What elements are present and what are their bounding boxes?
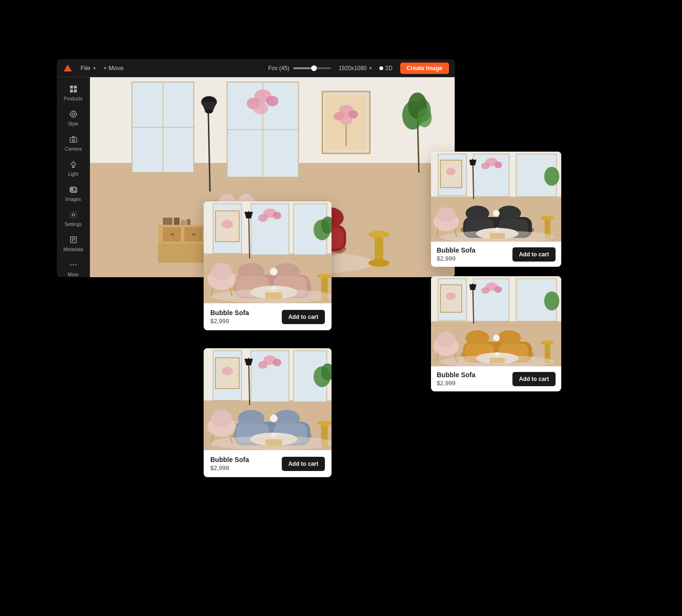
app-logo — [63, 63, 73, 73]
card-top-right-image — [431, 152, 561, 242]
light-icon — [69, 160, 78, 170]
card-top-left-text: Bubble Sofa $2,999 — [210, 309, 249, 325]
card-bottom-left-text: Bubble Sofa $2,999 — [210, 456, 249, 471]
svg-point-124 — [273, 212, 281, 219]
card-bottom-right-price: $2,999 — [437, 380, 476, 387]
svg-point-217 — [437, 207, 456, 222]
card-bottom-left-title: Bubble Sofa — [210, 456, 249, 463]
grid-icon — [69, 85, 78, 95]
svg-point-241 — [497, 330, 521, 345]
card-top-left-title: Bubble Sofa — [210, 309, 249, 317]
svg-point-29 — [75, 264, 77, 266]
card-top-right-info: Bubble Sofa $2,999 Add to cart — [431, 242, 561, 267]
style-icon — [69, 110, 78, 120]
svg-point-145 — [211, 263, 232, 280]
svg-point-28 — [72, 264, 74, 266]
sidebar-light-label: Light — [68, 172, 79, 177]
resolution-selector[interactable]: 1920x1080 ▾ — [339, 65, 372, 72]
svg-rect-5 — [73, 90, 76, 92]
resolution-chevron-icon: ▾ — [369, 66, 372, 71]
fov-control: Fov (45) — [268, 65, 331, 72]
svg-point-199 — [446, 168, 456, 175]
sidebar-item-settings[interactable]: Settings — [60, 207, 87, 231]
right-cards-column: Bubble Sofa $2,999 Add to cart — [431, 152, 561, 391]
fov-label: Fov (45) — [268, 65, 289, 72]
settings-icon — [69, 210, 78, 220]
svg-point-232 — [494, 286, 502, 293]
svg-point-200 — [544, 167, 559, 186]
svg-point-246 — [541, 340, 554, 345]
svg-rect-77 — [171, 234, 174, 236]
file-menu[interactable]: File ▾ — [81, 64, 96, 72]
card-bottom-right-image — [431, 276, 561, 366]
svg-point-240 — [466, 330, 489, 345]
camera-icon — [69, 135, 78, 145]
card-bottom-left-info: Bubble Sofa $2,999 Add to cart — [204, 450, 332, 477]
card-top-left-info: Bubble Sofa $2,999 Add to cart — [204, 303, 332, 330]
svg-point-126 — [222, 220, 233, 228]
svg-point-14 — [72, 163, 75, 166]
images-icon — [69, 185, 78, 195]
card-top-right-price: $2,999 — [437, 255, 476, 262]
create-image-button[interactable]: Create Image — [400, 63, 449, 74]
sidebar-item-more[interactable]: More — [60, 257, 87, 277]
svg-point-109 — [368, 231, 389, 238]
product-card-top-left: Bubble Sofa $2,999 Add to cart — [204, 201, 332, 330]
move-tool[interactable]: + Move — [103, 64, 124, 72]
sidebar-item-camera[interactable]: Camera — [60, 131, 87, 155]
svg-point-22 — [72, 213, 74, 216]
card-bottom-right-text: Bubble Sofa $2,999 — [437, 371, 476, 387]
sidebar-item-style[interactable]: Style — [60, 106, 87, 130]
svg-point-62 — [340, 115, 352, 125]
sidebar-item-images[interactable]: Images — [60, 181, 87, 206]
card-bottom-left-price: $2,999 — [210, 464, 249, 471]
product-card-bottom-left: Bubble Sofa $2,999 Add to cart — [204, 348, 332, 477]
svg-point-211 — [541, 216, 554, 220]
svg-point-163 — [222, 367, 233, 375]
sidebar-item-products[interactable]: Products — [60, 81, 87, 105]
svg-point-206 — [497, 206, 521, 221]
svg-point-174 — [270, 415, 278, 422]
svg-rect-78 — [192, 234, 195, 236]
svg-rect-81 — [181, 220, 186, 225]
product-card-bottom-right: Bubble Sofa $2,999 Add to cart — [431, 276, 561, 391]
add-to-cart-button-bottom-right[interactable]: Add to cart — [512, 372, 556, 386]
card-top-right-text: Bubble Sofa $2,999 — [437, 246, 476, 262]
add-to-cart-button-top-right[interactable]: Add to cart — [512, 247, 556, 262]
view-2d-toggle[interactable]: 2D — [379, 65, 392, 72]
svg-rect-82 — [187, 219, 190, 225]
svg-point-123 — [258, 214, 268, 222]
svg-point-161 — [273, 359, 281, 366]
svg-point-7 — [72, 113, 74, 115]
sidebar-item-light[interactable]: Light — [60, 156, 87, 181]
add-to-cart-button-top-left[interactable]: Add to cart — [282, 310, 325, 324]
sidebar-images-label: Images — [65, 197, 81, 202]
svg-point-143 — [211, 289, 332, 303]
view-dot-icon — [379, 66, 383, 70]
card-top-left-image — [204, 201, 332, 303]
svg-point-160 — [258, 361, 268, 369]
sidebar-item-metadata[interactable]: Metadata — [60, 232, 87, 256]
svg-point-197 — [494, 162, 502, 168]
resolution-label: 1920x1080 — [339, 65, 367, 72]
svg-rect-2 — [70, 86, 72, 89]
more-icon — [69, 261, 78, 271]
svg-point-27 — [70, 264, 72, 266]
move-label: + Move — [103, 64, 124, 72]
file-label: File — [81, 64, 90, 72]
product-card-top-right: Bubble Sofa $2,999 Add to cart — [431, 152, 561, 267]
fov-slider[interactable] — [293, 67, 331, 69]
svg-point-205 — [466, 206, 489, 221]
svg-rect-108 — [375, 235, 383, 263]
svg-point-209 — [493, 210, 500, 217]
card-top-right-title: Bubble Sofa — [437, 246, 476, 254]
sidebar-camera-label: Camera — [65, 146, 82, 152]
svg-point-67 — [205, 109, 213, 113]
sidebar-settings-label: Settings — [64, 222, 81, 227]
toolbar: File ▾ + Move Fov (45) 1920x1080 ▾ — [57, 59, 455, 77]
add-to-cart-button-bottom-left[interactable]: Add to cart — [282, 457, 325, 471]
svg-point-196 — [481, 163, 490, 169]
svg-point-139 — [317, 274, 332, 279]
metadata-icon — [69, 236, 78, 245]
svg-point-13 — [72, 139, 74, 141]
